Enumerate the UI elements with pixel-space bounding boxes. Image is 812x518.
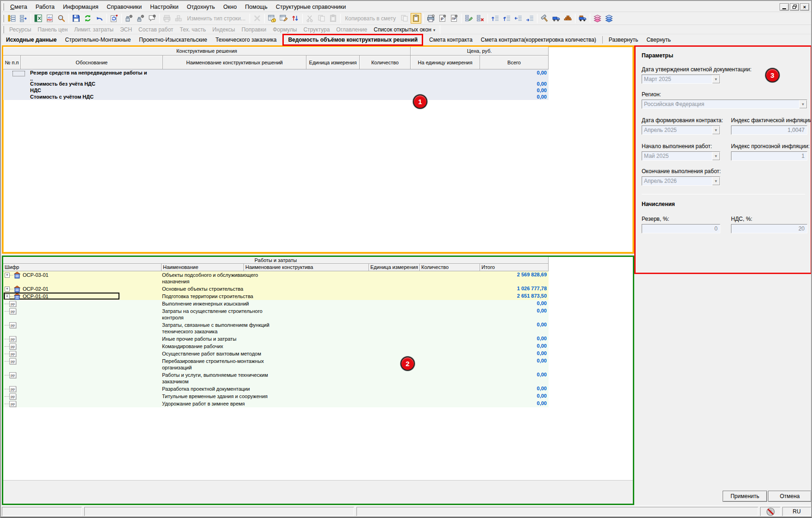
level-up-icon[interactable] — [501, 13, 512, 24]
table-row[interactable]: Стоимость с учётом НДС0,00 — [3, 94, 549, 100]
column-header-2[interactable]: Наименование конструктивных решений — [163, 56, 306, 69]
tab-2[interactable]: Проектно-Изыскательские — [135, 35, 211, 44]
comment-gear-icon[interactable] — [147, 13, 157, 24]
layers-blue-icon[interactable] — [604, 13, 614, 24]
menu-item-4[interactable]: Настройки — [146, 3, 182, 11]
language-indicator[interactable]: RU — [782, 507, 811, 516]
table-row[interactable]: ррИные прочие работы и затраты0,00 — [3, 335, 549, 343]
chevron-down-icon[interactable]: ▼ — [712, 126, 720, 134]
column-header-0[interactable]: Шифр — [3, 264, 162, 271]
toolbar-grip[interactable] — [3, 3, 4, 11]
table-row[interactable]: +ОСР-03-01Объекты подсобного и обслужива… — [3, 271, 549, 285]
column-header-5[interactable]: На единицу измерения — [411, 56, 480, 69]
menu-item-2[interactable]: Информация — [59, 3, 103, 11]
page-pr-icon[interactable]: ПР — [449, 13, 459, 24]
toolbar-grip[interactable] — [3, 15, 4, 22]
tab-0[interactable]: Исходные данные — [2, 35, 61, 44]
contract-date-combobox[interactable]: Апрель 2025 ▼ — [642, 125, 720, 135]
tree-structure-icon[interactable] — [6, 13, 17, 24]
table-row[interactable]: ррЗатраты, связанные с выполнением функц… — [3, 321, 549, 335]
tree-edit-icon[interactable] — [463, 13, 474, 24]
row-type-gear-icon[interactable] — [124, 13, 134, 24]
undo-icon[interactable] — [94, 13, 105, 24]
vat-input[interactable]: 20 — [731, 224, 807, 233]
save-icon[interactable] — [71, 13, 81, 24]
expand-icon[interactable]: + — [5, 273, 10, 278]
tab-5[interactable]: Смета контракта — [425, 35, 477, 44]
tree-delete-icon[interactable] — [475, 13, 486, 24]
menu-item-6[interactable]: Окно — [219, 3, 241, 11]
truck-icon[interactable] — [551, 13, 562, 24]
tab-6[interactable]: Смета контракта(корректировка количества… — [477, 35, 600, 44]
view-button-11[interactable]: Список открытых окон▾ — [370, 25, 438, 34]
chevron-down-icon[interactable]: ▼ — [712, 152, 720, 160]
actual-inflation-input[interactable]: 1,0047 — [731, 125, 807, 135]
column-header-2[interactable]: Наименование конструктива — [244, 264, 369, 271]
region-combobox[interactable]: Российская Федерация ▼ — [642, 100, 807, 109]
table-edit-icon[interactable] — [278, 13, 289, 24]
table-row[interactable]: ррКомандирование рабочих0,00 — [3, 343, 549, 350]
column-header-4[interactable]: Количество — [360, 56, 411, 69]
table-row[interactable]: ррЗатраты на осуществление строительного… — [3, 307, 549, 321]
tab-1[interactable]: Строительно-Монтажные — [61, 35, 135, 44]
work-start-combobox[interactable]: Май 2025 ▼ — [642, 151, 720, 161]
forecast-inflation-input[interactable]: 1 — [731, 151, 807, 161]
table-row[interactable]: Резерв средств на непредвиденные работы … — [3, 69, 549, 81]
level-left-icon[interactable] — [513, 13, 524, 24]
restore-button[interactable] — [790, 3, 799, 11]
paste-sheet-icon[interactable] — [411, 13, 421, 24]
table-row[interactable]: ррВыполнение инженерных изысканий0,00 — [3, 300, 549, 307]
expand-icon[interactable]: + — [5, 294, 10, 299]
menu-item-3[interactable]: Справочники — [103, 3, 146, 11]
menu-item-5[interactable]: Отдохнуть — [183, 3, 219, 11]
column-header-5[interactable]: Итого — [480, 264, 549, 271]
layers-pink-icon[interactable] — [592, 13, 603, 24]
sort-updown-icon[interactable] — [290, 13, 300, 24]
table-coins-icon[interactable] — [267, 13, 277, 24]
close-button[interactable]: × — [800, 3, 809, 11]
tab-4[interactable]: Ведомость объёмов конструктивных решений — [284, 35, 422, 44]
cancel-button[interactable]: Отмена — [768, 491, 812, 502]
tab-3[interactable]: Технического заказчика — [211, 35, 281, 44]
tab-action-0[interactable]: Развернуть — [605, 35, 643, 44]
menu-item-7[interactable]: Помощь — [241, 3, 271, 11]
column-header-6[interactable]: Всего — [480, 56, 549, 69]
table-row[interactable]: ррРаботы и услуги, выполняемые техническ… — [3, 371, 549, 385]
work-end-combobox[interactable]: Апрель 2026 ▼ — [642, 176, 720, 186]
reserve-input[interactable]: 0 — [642, 224, 720, 233]
menu-item-0[interactable]: Смета — [6, 3, 31, 11]
bricks-icon[interactable] — [562, 13, 573, 24]
expand-icon[interactable]: + — [5, 287, 10, 292]
table-row[interactable]: ррРазработка проектной документации0,00 — [3, 385, 549, 393]
print-params-icon[interactable] — [425, 13, 436, 24]
row-type-gear-2-icon[interactable] — [135, 13, 146, 24]
menu-item-1[interactable]: Работа — [31, 3, 59, 11]
column-header-1[interactable]: Обоснование — [21, 56, 163, 69]
table-row[interactable]: Стоимость без учёта НДС0,00 — [3, 81, 549, 87]
table-row[interactable]: НДС0,00 — [3, 87, 549, 94]
level-first-icon[interactable] — [490, 13, 500, 24]
toolbar-grip[interactable] — [3, 26, 4, 33]
chevron-down-icon[interactable]: ▼ — [799, 100, 807, 108]
tab-action-1[interactable]: Свернуть — [642, 35, 675, 44]
column-header-3[interactable]: Единица измерения — [369, 264, 420, 271]
tree-move-icon[interactable] — [18, 13, 29, 24]
table-row[interactable]: ррОсуществление работ вахтовым методом0,… — [3, 350, 549, 357]
menu-item-8[interactable]: Структурные справочники — [272, 3, 350, 11]
refresh-icon[interactable] — [82, 13, 93, 24]
excel-icon[interactable] — [33, 13, 44, 24]
minimize-button[interactable] — [780, 3, 789, 11]
hammer-icon[interactable] — [539, 13, 550, 24]
table-row[interactable]: +ОСР-01-01Подготовка территории строител… — [3, 293, 549, 300]
pdf-export-icon[interactable]: PDF — [44, 13, 55, 24]
table-row[interactable]: ррТитульные временные здания и сооружени… — [3, 393, 549, 400]
table-row[interactable]: ррПеребазирование строительно-монтажных … — [3, 357, 549, 371]
column-header-4[interactable]: Количество — [420, 264, 480, 271]
level-right-icon[interactable] — [525, 13, 535, 24]
page-p-icon[interactable]: P — [437, 13, 448, 24]
search-icon[interactable] — [56, 13, 67, 24]
apply-button[interactable]: Применить — [723, 491, 767, 502]
chevron-down-icon[interactable]: ▼ — [712, 75, 720, 83]
table-row[interactable]: +ОСР-02-01Основные объекты строительства… — [3, 285, 549, 293]
column-header-0[interactable]: № п.п — [3, 56, 21, 69]
